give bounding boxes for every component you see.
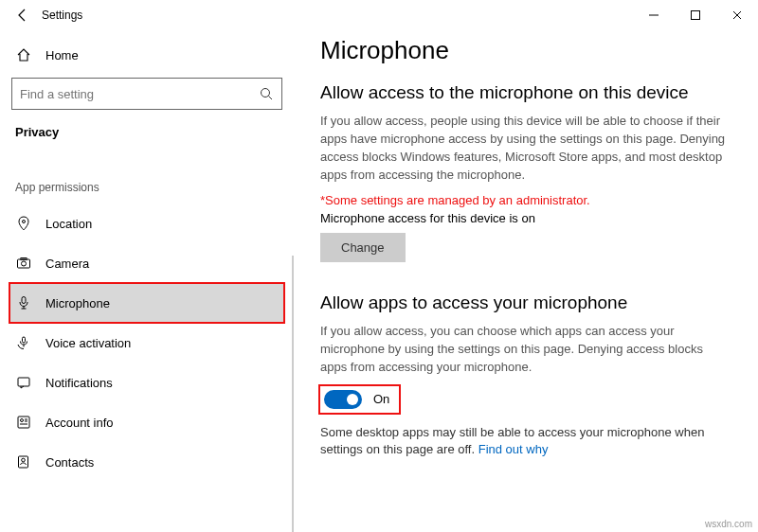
search-input[interactable] (20, 87, 259, 101)
section-label: App permissions (9, 175, 284, 204)
sidebar-item-notifications[interactable]: Notifications (9, 363, 284, 402)
toggle-knob (347, 394, 358, 405)
search-box[interactable] (11, 78, 282, 110)
nav-home-label: Home (45, 48, 79, 62)
section1-heading: Allow access to the microphone on this d… (320, 82, 741, 103)
close-button[interactable] (716, 0, 758, 30)
sidebar-item-label: Contacts (45, 455, 94, 470)
main-content: Microphone Allow access to the microphon… (294, 30, 758, 532)
svg-point-4 (23, 221, 26, 223)
apps-access-toggle-row: On (320, 386, 399, 413)
toggle-state-label: On (373, 392, 389, 406)
minimize-button[interactable] (633, 0, 675, 30)
watermark: wsxdn.com (705, 519, 752, 529)
section2-heading: Allow apps to access your microphone (320, 293, 741, 313)
svg-rect-5 (18, 259, 30, 268)
svg-rect-8 (22, 297, 26, 304)
sidebar-item-camera[interactable]: Camera (9, 243, 284, 283)
section2-footer: Some desktop apps may still be able to a… (320, 424, 728, 458)
sidebar-item-label: Camera (45, 257, 89, 271)
window-title: Settings (42, 9, 82, 22)
category-label: Privacy (9, 119, 284, 152)
svg-point-6 (22, 261, 27, 266)
sidebar-item-label: Location (45, 217, 92, 231)
maximize-button[interactable] (675, 0, 716, 30)
svg-point-20 (22, 458, 26, 462)
sidebar: Home Privacy App permissions Location Ca… (0, 30, 294, 532)
svg-rect-14 (18, 417, 29, 428)
sidebar-item-label: Notifications (45, 376, 113, 390)
sidebar-item-voice-activation[interactable]: Voice activation (9, 323, 284, 363)
sidebar-item-contacts[interactable]: Contacts (9, 442, 284, 482)
contacts-icon (15, 454, 32, 470)
device-access-status: Microphone access for this device is on (320, 211, 741, 225)
page-title: Microphone (320, 36, 741, 65)
sidebar-item-label: Account info (45, 416, 114, 430)
change-button[interactable]: Change (320, 233, 406, 262)
home-icon (15, 47, 32, 62)
location-icon (15, 216, 32, 231)
voice-activation-icon (15, 335, 32, 350)
window-controls (633, 0, 758, 30)
sidebar-item-location[interactable]: Location (9, 204, 284, 243)
svg-point-2 (262, 89, 270, 98)
notifications-icon (15, 375, 32, 390)
svg-rect-1 (692, 11, 700, 20)
search-icon (259, 86, 274, 101)
nav-home[interactable]: Home (9, 38, 284, 72)
find-out-why-link[interactable]: Find out why (478, 442, 549, 456)
section2-desc: If you allow access, you can choose whic… (320, 323, 728, 377)
admin-note: *Some settings are managed by an adminis… (320, 193, 741, 207)
svg-rect-11 (23, 337, 26, 343)
sidebar-item-label: Microphone (45, 296, 110, 310)
microphone-icon (15, 295, 32, 310)
apps-access-toggle[interactable] (324, 390, 362, 409)
account-info-icon (15, 415, 32, 430)
svg-line-3 (269, 97, 273, 100)
sidebar-item-label: Voice activation (45, 336, 131, 350)
sidebar-item-account-info[interactable]: Account info (9, 402, 284, 442)
sidebar-item-microphone[interactable]: Microphone (9, 283, 284, 323)
camera-icon (15, 256, 32, 271)
svg-point-15 (21, 419, 24, 422)
back-button[interactable] (6, 8, 40, 23)
section1-desc: If you allow access, people using this d… (320, 113, 728, 184)
svg-rect-13 (18, 378, 29, 386)
